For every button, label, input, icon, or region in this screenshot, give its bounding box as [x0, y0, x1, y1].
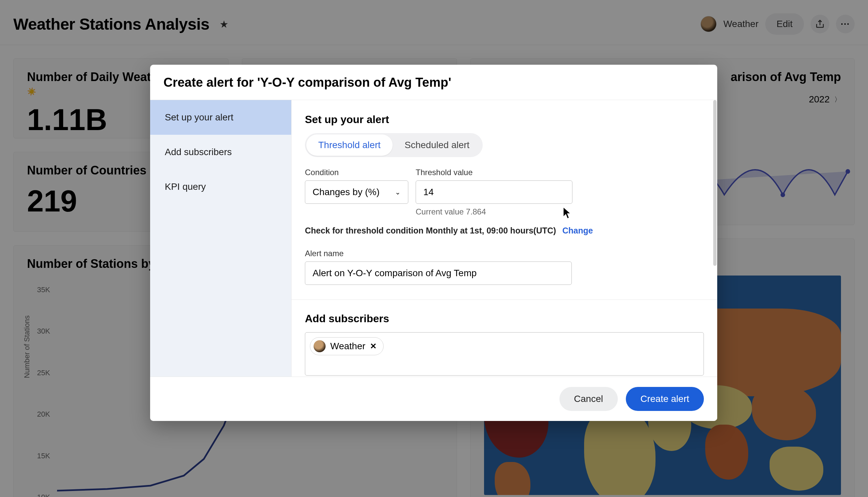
threshold-helper: Current value 7.864 [416, 207, 572, 216]
condition-select[interactable]: Changes by (%) ⌄ [305, 181, 408, 204]
change-schedule-link[interactable]: Change [563, 226, 593, 235]
nav-kpi-query[interactable]: KPI query [150, 169, 291, 204]
alert-type-tabs: Threshold alert Scheduled alert [305, 133, 483, 157]
chevron-down-icon: ⌄ [395, 188, 401, 196]
section-setup-title: Set up your alert [305, 113, 704, 126]
schedule-text: Check for threshold condition Monthly at… [305, 226, 556, 235]
remove-chip-icon[interactable]: ✕ [370, 342, 376, 351]
nav-setup-alert[interactable]: Set up your alert [150, 100, 291, 135]
section-subscribers-title: Add subscribers [305, 313, 704, 325]
condition-label: Condition [305, 168, 408, 177]
tab-threshold-alert[interactable]: Threshold alert [306, 134, 393, 156]
subscriber-chip: Weather ✕ [310, 337, 384, 355]
avatar-icon [314, 340, 326, 352]
modal-footer: Cancel Create alert [150, 377, 717, 421]
modal-sidebar: Set up your alert Add subscribers KPI qu… [150, 100, 291, 377]
nav-add-subscribers[interactable]: Add subscribers [150, 135, 291, 169]
threshold-label: Threshold value [416, 168, 572, 177]
schedule-text-row: Check for threshold condition Monthly at… [305, 226, 704, 236]
create-alert-modal: Create alert for 'Y-O-Y comparison of Av… [150, 65, 717, 421]
modal-body: Set up your alert Add subscribers KPI qu… [150, 100, 717, 377]
cancel-button[interactable]: Cancel [559, 387, 618, 411]
modal-content: Set up your alert Threshold alert Schedu… [291, 100, 717, 377]
alert-name-label: Alert name [305, 249, 704, 258]
create-alert-button[interactable]: Create alert [626, 387, 704, 411]
subscribers-input[interactable]: Weather ✕ [305, 332, 704, 375]
modal-title: Create alert for 'Y-O-Y comparison of Av… [163, 75, 704, 90]
scrollbar[interactable] [713, 100, 716, 266]
chip-label: Weather [330, 341, 365, 352]
modal-header: Create alert for 'Y-O-Y comparison of Av… [150, 65, 717, 100]
condition-value: Changes by (%) [313, 187, 380, 197]
threshold-input[interactable] [416, 181, 572, 204]
tab-scheduled-alert[interactable]: Scheduled alert [393, 134, 482, 156]
alert-name-input[interactable] [305, 261, 572, 285]
